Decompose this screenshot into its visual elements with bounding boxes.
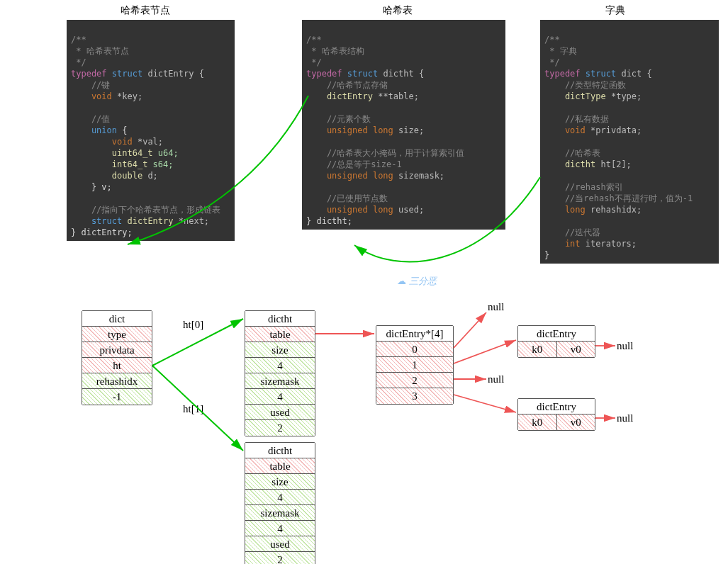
box-entry-array: dictEntry*[4] 0 1 2 3 — [376, 325, 454, 405]
wechat-icon: ☁ — [397, 276, 406, 286]
box-dictentry-2: dictEntry k0 v0 — [517, 398, 595, 431]
title-entry: 哈希表节点 — [121, 4, 170, 17]
null-2: null — [488, 373, 504, 385]
code-dictentry: /** * 哈希表节点 */ typedef struct dictEntry … — [67, 20, 235, 241]
null-1: null — [617, 340, 633, 352]
code-dict: /** * 字典 */ typedef struct dict { //类型特定… — [540, 20, 719, 264]
label-ht1: ht[1] — [183, 403, 203, 415]
watermark: ☁ 三分恶 — [397, 275, 437, 288]
box-dictht-0: dictht table size 4 sizemask 4 used 2 — [245, 310, 315, 436]
svg-line-6 — [454, 395, 516, 412]
svg-line-3 — [454, 312, 486, 348]
box-dictentry-1: dictEntry k0 v0 — [517, 325, 595, 358]
code-dictht: /** * 哈希表结构 */ typedef struct dictht { /… — [302, 20, 505, 230]
svg-line-4 — [454, 340, 516, 363]
box-dict: dict type privdata ht rehashidx -1 — [82, 310, 152, 405]
label-ht0: ht[0] — [183, 319, 203, 331]
null-0: null — [488, 301, 504, 313]
box-dictht-1: dictht table size 4 sizemask 4 used 2 — [245, 442, 315, 564]
title-dictht: 哈希表 — [383, 4, 413, 17]
null-3: null — [617, 412, 633, 424]
title-dict: 字典 — [605, 4, 625, 17]
